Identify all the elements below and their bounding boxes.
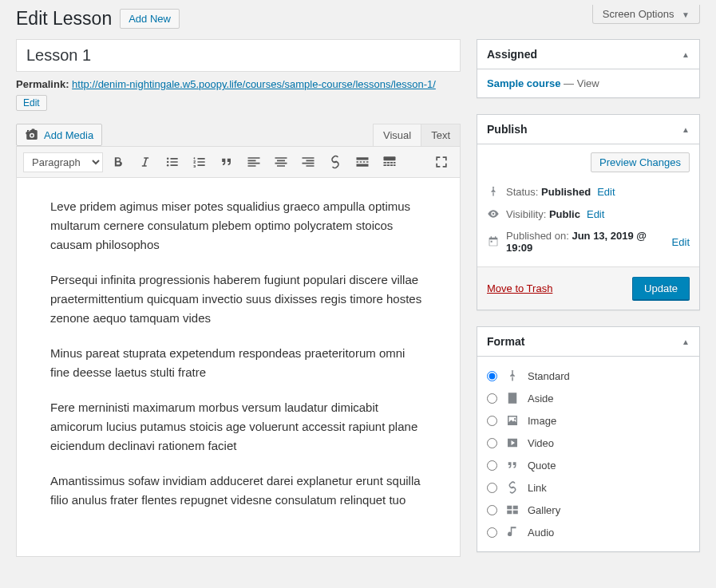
format-label-link[interactable]: Link — [528, 482, 547, 494]
status-edit-link[interactable]: Edit — [597, 186, 615, 198]
format-title: Format — [487, 335, 524, 348]
content-editor[interactable]: Leve pridem agimus miser potes squalidiu… — [16, 178, 461, 557]
publish-title: Publish — [487, 123, 528, 136]
format-radio-image[interactable] — [487, 416, 497, 426]
read-more-button[interactable] — [350, 151, 374, 173]
toolbar-toggle-button[interactable] — [378, 151, 402, 173]
document-icon — [505, 391, 520, 405]
preview-changes-button[interactable]: Preview Changes — [591, 152, 690, 172]
assigned-title: Assigned — [487, 48, 537, 61]
screen-options-label: Screen Options — [603, 8, 674, 20]
svg-point-0 — [167, 158, 169, 160]
link-icon — [505, 480, 520, 495]
gallery-icon — [505, 503, 520, 517]
format-label-video[interactable]: Video — [528, 437, 554, 449]
content-paragraph: Minus pareat stuprata expetendum respond… — [50, 344, 426, 382]
format-radio-quote[interactable] — [487, 460, 497, 471]
video-icon — [505, 436, 520, 450]
align-center-button[interactable] — [269, 151, 293, 173]
format-radio-gallery[interactable] — [487, 505, 497, 515]
calendar-icon — [487, 235, 500, 248]
blockquote-button[interactable] — [215, 151, 239, 173]
collapse-toggle-icon[interactable]: ▲ — [682, 50, 690, 59]
format-label-gallery[interactable]: Gallery — [528, 504, 560, 516]
format-radio-audio[interactable] — [487, 527, 497, 538]
update-button[interactable]: Update — [632, 277, 690, 300]
audio-icon — [505, 525, 520, 539]
editor-toolbar: Paragraph — [16, 146, 461, 178]
permalink-url[interactable]: http://denim-nightingale.w5.poopy.life/c… — [72, 78, 436, 90]
chevron-down-icon: ▼ — [682, 10, 690, 19]
post-title-input[interactable] — [16, 39, 461, 72]
image-icon — [505, 413, 520, 428]
format-radio-link[interactable] — [487, 483, 497, 493]
camera-music-icon — [25, 128, 39, 142]
numbered-list-button[interactable] — [188, 151, 212, 173]
format-label-quote[interactable]: Quote — [528, 460, 556, 472]
status-label: Status: Published — [506, 186, 591, 198]
assigned-box: Assigned ▲ Sample course — View — [477, 39, 700, 98]
format-radio-aside[interactable] — [487, 393, 497, 404]
format-radio-video[interactable] — [487, 438, 497, 448]
permalink-label: Permalink: — [16, 78, 69, 90]
svg-point-1 — [167, 161, 169, 164]
permalink-row: Permalink: http://denim-nightingale.w5.p… — [16, 78, 461, 90]
quote-icon — [505, 458, 520, 472]
assigned-view-link[interactable]: View — [577, 77, 599, 89]
eye-icon — [487, 207, 500, 220]
page-title: Edit Lesson — [16, 8, 112, 30]
add-new-button[interactable]: Add New — [120, 9, 180, 29]
tab-text[interactable]: Text — [421, 124, 461, 146]
add-media-button[interactable]: Add Media — [16, 124, 102, 146]
paragraph-format-select[interactable]: Paragraph — [23, 152, 103, 172]
permalink-edit-button[interactable]: Edit — [16, 95, 47, 111]
bold-button[interactable] — [106, 151, 130, 173]
assigned-course-link[interactable]: Sample course — [487, 77, 561, 89]
publish-box: Publish ▲ Preview Changes Status: Publis… — [477, 114, 700, 310]
svg-point-2 — [167, 164, 169, 167]
svg-rect-3 — [384, 156, 396, 160]
tab-visual[interactable]: Visual — [373, 124, 421, 146]
content-paragraph: Fere merninisti maximarum morbus versum … — [50, 398, 426, 456]
link-button[interactable] — [323, 151, 347, 173]
fullscreen-button[interactable] — [429, 151, 453, 173]
bullet-list-button[interactable] — [160, 151, 184, 173]
visibility-edit-link[interactable]: Edit — [587, 208, 604, 220]
add-media-label: Add Media — [44, 129, 93, 141]
published-edit-link[interactable]: Edit — [672, 236, 690, 248]
format-label-audio[interactable]: Audio — [528, 527, 554, 539]
format-label-aside[interactable]: Aside — [528, 393, 554, 404]
format-box: Format ▲ Standard Aside — [477, 326, 700, 552]
content-paragraph: Amantissimus sofaw invidiam adduceret da… — [50, 472, 426, 510]
collapse-toggle-icon[interactable]: ▲ — [682, 337, 690, 346]
visibility-label: Visibility: Public — [506, 208, 580, 220]
pin-icon — [487, 185, 500, 198]
pin-icon — [505, 369, 520, 383]
format-radio-standard[interactable] — [487, 371, 497, 381]
collapse-toggle-icon[interactable]: ▲ — [682, 125, 690, 134]
format-label-standard[interactable]: Standard — [528, 370, 570, 382]
content-paragraph: Leve pridem agimus miser potes squalidiu… — [50, 197, 426, 255]
screen-options-button[interactable]: Screen Options ▼ — [592, 5, 700, 24]
move-to-trash-link[interactable]: Move to Trash — [487, 282, 552, 294]
published-label: Published on: Jun 13, 2019 @ 19:09 — [506, 230, 666, 254]
italic-button[interactable] — [133, 151, 157, 173]
content-paragraph: Persequi infinita progressionis haberem … — [50, 270, 426, 328]
format-label-image[interactable]: Image — [528, 415, 556, 427]
align-right-button[interactable] — [296, 151, 320, 173]
align-left-button[interactable] — [242, 151, 266, 173]
